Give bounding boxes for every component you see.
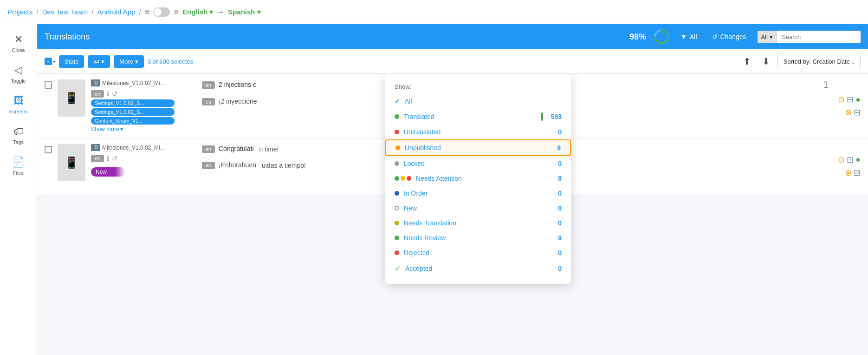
select-all-checkbox[interactable]: − bbox=[45, 58, 52, 65]
filter-option-accepted[interactable]: ✓ Accepted 0 bbox=[385, 260, 571, 276]
nav-app[interactable]: Android App bbox=[97, 8, 136, 16]
file-chip-1c[interactable]: Content_library_V1... bbox=[91, 117, 175, 125]
select-all-area: − ▾ bbox=[45, 58, 55, 65]
new-badge-2: New bbox=[91, 167, 125, 177]
filter-option-all[interactable]: ✓ All bbox=[385, 94, 571, 109]
row-id-text-1: Milestones_V1.0.02_Mi... bbox=[102, 80, 165, 86]
src-text-1: 2 injections c bbox=[219, 80, 256, 90]
filter-label: All bbox=[690, 33, 697, 40]
filter-option-untranslated[interactable]: Untranslated 0 bbox=[385, 125, 571, 139]
filter-option-in-order[interactable]: In Order 0 bbox=[385, 186, 571, 201]
more-action-icon-1[interactable]: ⊙ bbox=[838, 94, 845, 105]
action-icons-1b: ⊗ ⊟ bbox=[845, 107, 861, 118]
filter-locked-label: Locked bbox=[404, 160, 543, 167]
accepted-check-icon: ✓ bbox=[395, 264, 401, 273]
row-id-text-2: Milestones_V1.0.02_Mi... bbox=[102, 145, 165, 151]
filter-option-locked[interactable]: Locked 0 bbox=[385, 156, 571, 171]
filter-all-label: All bbox=[405, 98, 562, 105]
filter-rejected-count: 0 bbox=[548, 249, 562, 256]
download-icon[interactable]: ⬇ bbox=[758, 54, 774, 69]
show-more-label-1: Show more bbox=[91, 126, 119, 132]
filter-option-translated[interactable]: Translated 593 bbox=[385, 109, 571, 125]
translated-dot bbox=[395, 114, 399, 119]
info-icon-2[interactable]: ℹ bbox=[107, 155, 109, 162]
block-icon-2[interactable]: ⊗ bbox=[845, 168, 852, 178]
sidebar-item-close[interactable]: ✕ Close bbox=[2, 29, 35, 58]
block-icon-1[interactable]: ⊗ bbox=[845, 107, 852, 118]
source-language-btn[interactable]: English ▾ bbox=[182, 8, 213, 16]
row-id-badge-1: ID Milestones_V1.0.02_Mi... bbox=[91, 79, 184, 86]
menu-icon[interactable]: ≡ bbox=[145, 7, 150, 17]
filter-translated-count: 593 bbox=[548, 113, 562, 120]
sidebar-item-files[interactable]: 📄 Files bbox=[2, 151, 35, 180]
sidebar-item-screens[interactable]: 🖼 Screens bbox=[2, 90, 35, 119]
en-badge-2: en bbox=[202, 145, 215, 153]
search-scope-dropdown[interactable]: All ▾ bbox=[758, 31, 777, 43]
filter-option-needs-translation[interactable]: Needs Translation 0 bbox=[385, 216, 571, 230]
target-lang-label: Spanish bbox=[228, 8, 255, 16]
filter-option-new[interactable]: New 0 bbox=[385, 201, 571, 216]
filter-icon: ▼ bbox=[680, 33, 687, 40]
filter-option-unpublished[interactable]: Unpublished 8 bbox=[385, 139, 571, 156]
row-checkbox-1[interactable] bbox=[45, 79, 52, 132]
stack2-icon-2[interactable]: ⊟ bbox=[854, 168, 861, 178]
history-icon-2[interactable]: ↺ bbox=[112, 155, 117, 162]
history-icon-1[interactable]: ↺ bbox=[112, 90, 117, 98]
file-chips-1: Settings_V1.0.02_S... Settings_V1.0.02_S… bbox=[91, 99, 184, 132]
stack-icon-1[interactable]: ⊟ bbox=[847, 94, 854, 105]
list-icon[interactable]: ≡ bbox=[174, 7, 179, 17]
action-icons-2: ⊙ ⊟ ● bbox=[838, 155, 861, 165]
select-dropdown-arrow[interactable]: ▾ bbox=[53, 59, 55, 64]
sidebar: ✕ Close ◁ Toggle 🖼 Screens 🏷 Tags 📄 File… bbox=[0, 24, 37, 355]
locked-dot bbox=[395, 161, 399, 166]
changes-btn[interactable]: ↺ Changes bbox=[708, 31, 750, 42]
sep2: / bbox=[91, 8, 93, 16]
files-icon: 📄 bbox=[12, 156, 25, 168]
sidebar-item-tags[interactable]: 🏷 Tags bbox=[2, 121, 35, 150]
row-actions-2: ⊙ ⊟ ● ⊗ ⊟ bbox=[838, 144, 861, 188]
top-nav: Projects / Dev Test Team / Android App /… bbox=[0, 0, 868, 24]
nav-projects[interactable]: Projects bbox=[7, 8, 32, 16]
stack2-icon-1[interactable]: ⊟ bbox=[854, 107, 861, 118]
row-checkbox-2[interactable] bbox=[45, 144, 52, 188]
toolbar: − ▾ State 🏷 ▾ More ▾ 3 of 600 selected ⬆… bbox=[37, 49, 868, 74]
filter-option-needs-review[interactable]: Needs Review 8 bbox=[385, 230, 571, 245]
row-cb-2[interactable] bbox=[45, 146, 52, 153]
more-action-icon-2[interactable]: ⊙ bbox=[838, 155, 845, 165]
stack-icon-2[interactable]: ⊟ bbox=[847, 155, 854, 165]
upload-icon[interactable]: ⬆ bbox=[739, 54, 755, 69]
translated-bar bbox=[541, 112, 543, 121]
filter-option-needs-attention[interactable]: Needs Attention 8 bbox=[385, 171, 571, 186]
tags-icon: 🏷 bbox=[13, 125, 24, 138]
source-lang-label: English bbox=[182, 8, 207, 16]
filter-btn[interactable]: ▼ All bbox=[677, 31, 700, 42]
nav-team[interactable]: Dev Test Team bbox=[42, 8, 88, 16]
search-input[interactable] bbox=[777, 31, 861, 43]
src-text-suffix-2: n time! bbox=[259, 145, 279, 153]
file-chip-1a[interactable]: Settings_V1.0.02_S... bbox=[91, 99, 175, 107]
search-scope-label: All bbox=[761, 33, 768, 40]
show-more-icon-1: ▾ bbox=[120, 126, 123, 132]
more-button[interactable]: More ▾ bbox=[114, 55, 144, 68]
id-label-2: ID bbox=[91, 144, 100, 151]
lang-toggle[interactable] bbox=[153, 7, 170, 17]
filter-option-rejected[interactable]: Rejected 0 bbox=[385, 245, 571, 260]
file-chip-1b[interactable]: Settings_V1.0.02_S... bbox=[91, 108, 175, 116]
target-language-btn[interactable]: Spanish ▾ bbox=[228, 8, 260, 16]
tgt-text-2: ¡Enhorabuen bbox=[219, 160, 256, 170]
progress-ring[interactable] bbox=[654, 29, 669, 45]
sidebar-close-label: Close bbox=[12, 47, 25, 53]
needs-review-dot bbox=[395, 236, 399, 240]
row-cb-1[interactable] bbox=[45, 81, 52, 89]
tags-button[interactable]: 🏷 ▾ bbox=[88, 55, 110, 68]
dropdown-show-label: Show: bbox=[385, 81, 571, 94]
filter-untranslated-count: 0 bbox=[548, 128, 562, 136]
sidebar-item-toggle[interactable]: ◁ Toggle bbox=[2, 59, 35, 88]
row-thumbnail-2: 📱 bbox=[58, 144, 85, 181]
info-icon-1[interactable]: ℹ bbox=[107, 90, 109, 98]
sort-button[interactable]: Sorted by: Creation Date ↓ bbox=[777, 55, 861, 68]
num-badge-1: 1 bbox=[823, 79, 829, 90]
show-more-1[interactable]: Show more ▾ bbox=[91, 126, 184, 132]
tag-icon: 🏷 bbox=[93, 58, 99, 65]
state-button[interactable]: State bbox=[59, 55, 84, 68]
